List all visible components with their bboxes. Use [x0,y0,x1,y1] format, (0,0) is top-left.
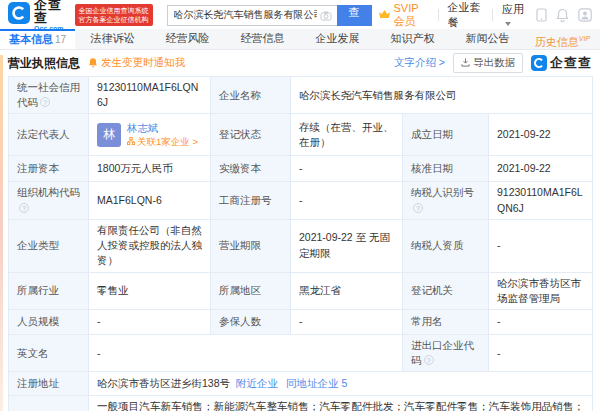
crown-icon [378,9,391,22]
region-value: 黑龙江省 [291,272,403,309]
business-license-table: 统一社会信用代码 91230110MA1F6LQN6J 企业名称 哈尔滨长尧汽车… [8,76,593,411]
nearby-companies-link[interactable]: 附近企业 [236,377,278,389]
biz-reg-no-label: 工商注册号 [211,182,291,219]
address-value: 哈尔滨市香坊区进乡街138号附近企业同地址企业 5 [89,372,593,396]
tab-intellectual-property[interactable]: 知识产权 [375,29,450,49]
top-menu: SVIP会员 企业套餐 应用 [378,0,593,30]
org-chart-icon [127,136,135,149]
industry-label: 所属行业 [9,272,89,309]
qcc-watermark-logo: 企查查 [531,54,592,72]
qcc-logo[interactable]: 企查查 Qcc.com [8,0,69,32]
table-row: 所属行业 零售业 所属地区 黑龙江省 登记机关 哈尔滨市香坊区市场监督管理局 [9,272,593,309]
search-input[interactable] [167,5,337,26]
business-scope-value: 一般项目汽车新车销售；新能源汽车整车销售；汽车零配件批发；汽车零配件零售；汽车装… [89,396,593,411]
biz-reg-no-value: - [291,182,403,219]
change-notify-button[interactable]: 发生变更时通知我 [88,56,185,70]
term-label: 营业期限 [211,219,291,272]
english-name-label: 英文名 [9,334,89,371]
legal-rep-name-link[interactable]: 林志斌 [127,121,198,135]
gov-badge: 全国企业信用查询系统 官方备案企业征信机构 [75,4,153,27]
taxpayer-id-value: 91230110MA1F6LQN6J [489,182,593,219]
table-row: 组织机构代码 MA1F6LQN-6 工商注册号 - 纳税人识别号 9123011… [9,182,593,219]
taxpayer-id-label: 纳税人识别号 [403,182,489,219]
search-bar: 查一下 [167,4,372,26]
org-code-label: 组织机构代码 [9,182,89,219]
import-export-value: - [489,334,593,371]
section-header: 营业执照信息 发生变更时通知我 文字介绍 > 导出数据 企查查 [0,50,600,76]
tab-news[interactable]: 新闻公告 [450,29,525,49]
insured-value: - [291,309,403,334]
tab-legal-litigation[interactable]: 法律诉讼 [75,29,150,49]
english-name-value: - [89,334,403,371]
reg-capital-value: 1800万元人民币 [89,156,211,182]
tab-operation-info[interactable]: 经营信息 [225,29,300,49]
credit-code-value: 91230110MA1F6LQN6J [89,77,211,114]
company-type-value: 有限责任公司（非自然人投资或控股的法人独资） [89,219,211,272]
staff-size-value: - [89,309,211,334]
mobile-app-icon[interactable] [536,8,547,22]
org-code-value: MA1F6LQN-6 [89,182,211,219]
tab-operation-risk[interactable]: 经营风险 [150,29,225,49]
bell-icon [88,57,98,70]
text-intro-link[interactable]: 文字介绍 > [394,56,445,70]
export-data-button[interactable]: 导出数据 [453,53,523,73]
reg-capital-label: 注册资本 [9,156,89,182]
chevron-down-icon [505,22,511,26]
same-address-companies-link[interactable]: 同地址企业 5 [286,377,347,389]
divider [438,9,439,21]
import-export-label: 进出口企业代码 [403,334,489,371]
table-row: 英文名 - 进出口企业代码 - [9,334,593,371]
legal-rep-avatar[interactable]: 林 [97,123,121,147]
tab-bar: 基本信息17 法律诉讼 经营风险 经营信息 企业发展 知识产权 新闻公告 历史信… [0,29,600,50]
legal-rep-label: 法定代表人 [9,114,89,156]
authority-label: 登记机关 [403,272,489,309]
business-scope-label: 经营范围 [9,396,89,411]
tab-company-development[interactable]: 企业发展 [300,29,375,49]
help-icon [413,203,423,213]
status-value: 存续（在营、开业、在册） [291,114,403,156]
taxpayer-quality-label: 纳税人资质 [403,219,489,272]
tab-history-info[interactable]: 历史信息VIP [525,29,600,49]
company-type-label: 企业类型 [9,219,89,272]
tab-basic-info[interactable]: 基本信息17 [0,29,75,49]
insured-label: 参保人数 [211,309,291,334]
approval-date-value: 2021-09-22 [489,156,593,182]
taxpayer-quality-value: - [489,219,593,272]
status-label: 登记状态 [211,114,291,156]
left-edge-decoration [0,55,3,411]
company-name-label: 企业名称 [211,77,291,114]
notification-bell-icon[interactable] [556,8,569,22]
package-menu-item[interactable]: 企业套餐 [447,0,483,30]
company-name-value: 哈尔滨长尧汽车销售服务有限公司 [291,77,593,114]
table-row: 人员规模 - 参保人数 - 常用名 - [9,309,593,334]
common-name-label: 常用名 [403,309,489,334]
help-icon [19,203,29,213]
establish-date-value: 2021-09-22 [489,114,593,156]
svip-menu-item[interactable]: SVIP会员 [378,2,429,29]
establish-date-label: 成立日期 [403,114,489,156]
credit-code-label: 统一社会信用代码 [9,77,89,114]
table-row: 注册地址 哈尔滨市香坊区进乡街138号附近企业同地址企业 5 [9,372,593,396]
term-value: 2021-09-22 至 无固定期限 [291,219,403,272]
section-title: 营业执照信息 [8,55,80,72]
site-header: 企查查 Qcc.com 全国企业信用查询系统 官方备案企业征信机构 查一下 SV… [0,0,600,29]
vip-badge: VIP [579,35,590,42]
user-avatar-icon[interactable] [578,8,592,22]
divider [492,9,493,21]
brand-name: 企查查 [34,0,69,24]
paid-capital-value: - [291,156,403,182]
table-row: 注册资本 1800万元人民币 实缴资本 - 核准日期 2021-09-22 [9,156,593,182]
table-row: 企业类型 有限责任公司（非自然人投资或控股的法人独资） 营业期限 2021-09… [9,219,593,272]
qcc-logo-icon [8,2,30,28]
table-row: 经营范围 一般项目汽车新车销售；新能源汽车整车销售；汽车零配件批发；汽车零配件零… [9,396,593,411]
approval-date-label: 核准日期 [403,156,489,182]
table-row: 统一社会信用代码 91230110MA1F6LQN6J 企业名称 哈尔滨长尧汽车… [9,77,593,114]
download-icon [461,57,470,69]
help-icon [424,355,434,365]
apps-menu-item[interactable]: 应用 [502,2,527,29]
table-row: 法定代表人 林 林志斌 关联1家企业 > 登记状态 存续（在营、开业、在册） 成… [9,114,593,156]
camera-icon[interactable] [320,8,332,26]
related-companies-link[interactable]: 关联1家企业 > [127,136,198,149]
search-button[interactable]: 查一下 [337,5,372,26]
authority-value: 哈尔滨市香坊区市场监督管理局 [489,272,593,309]
